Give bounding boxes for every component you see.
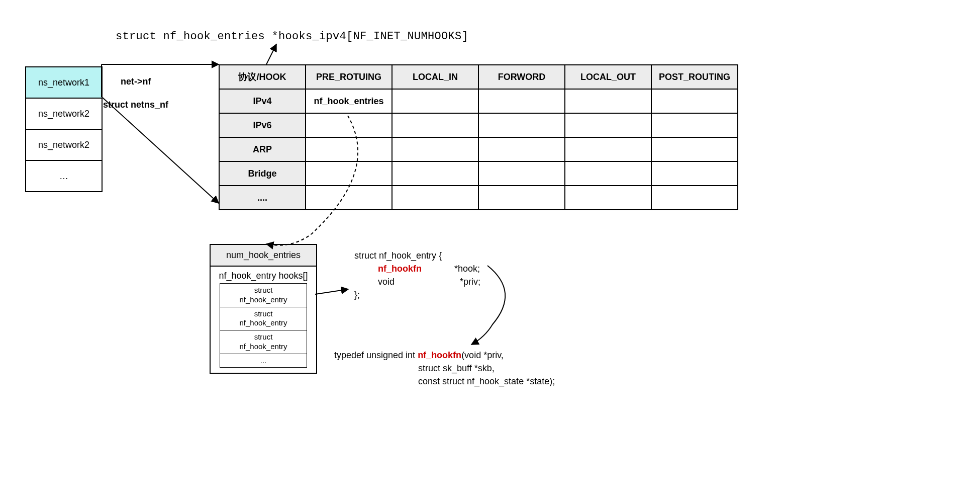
cell (651, 113, 738, 137)
ns-network-list: ns_network1 ns_network2 ns_network2 … (25, 66, 103, 192)
cell (478, 161, 565, 186)
typedef-name: nf_hookfn (418, 350, 461, 360)
hook-row-arp: ARP (219, 137, 738, 161)
hook-table-col2: LOCAL_IN (392, 65, 478, 89)
cell (651, 186, 738, 210)
struct-type1: nf_hookfn (378, 264, 422, 274)
arrow-item-to-struct (315, 289, 348, 294)
hook-row-ipv6: IPv6 (219, 113, 738, 137)
typedef-code: typedef unsigned int nf_hookfn(void *pri… (334, 349, 555, 388)
typedef-rest3: const struct nf_hook_state *state); (418, 376, 555, 386)
typedef-rest2: struct sk_buff *skb, (418, 363, 495, 373)
entry-header: num_hook_entries (211, 245, 316, 267)
cell (478, 137, 565, 161)
typedef-prefix: typedef unsigned int (334, 350, 418, 360)
cell (651, 161, 738, 186)
cell (392, 113, 478, 137)
hook-table-col4: LOCAL_OUT (565, 65, 651, 89)
proto-cell: Bridge (219, 161, 306, 186)
cell (306, 137, 392, 161)
entry-inner-list: structnf_hook_entry structnf_hook_entry … (220, 283, 307, 368)
arrow-header-to-title (266, 44, 276, 64)
struct-field1: *hook; (454, 264, 480, 274)
struct-code: struct nf_hook_entry { nf_hookfn *hook; … (354, 249, 480, 301)
inner-item: ... (220, 354, 307, 368)
proto-cell: IPv6 (219, 113, 306, 137)
cell (306, 113, 392, 137)
cell (306, 161, 392, 186)
title-code: struct nf_hook_entries *hooks_ipv4[NF_IN… (116, 30, 468, 43)
proto-cell: IPv4 (219, 89, 306, 113)
hook-row-ellipsis: .... (219, 186, 738, 210)
label-struct-netns-nf: struct netns_nf (103, 100, 168, 110)
hook-entries-box: num_hook_entries nf_hook_entry hooks[] s… (210, 244, 317, 374)
typedef-rest1: (void *priv, (461, 350, 504, 360)
cell (565, 137, 651, 161)
cell (392, 161, 478, 186)
cell (306, 186, 392, 210)
ns-item-1: ns_network2 (26, 99, 102, 130)
proto-cell: .... (219, 186, 306, 210)
cell (392, 137, 478, 161)
hook-row-ipv4: IPv4 nf_hook_entries (219, 89, 738, 113)
cell (565, 113, 651, 137)
hook-table-col0: 协议/HOOK (219, 65, 306, 89)
proto-cell: ARP (219, 137, 306, 161)
cell (478, 186, 565, 210)
hook-table-col3: FORWORD (478, 65, 565, 89)
cell (565, 161, 651, 186)
cell (392, 186, 478, 210)
struct-field2: *priv; (460, 277, 480, 287)
ns-item-2: ns_network2 (26, 130, 102, 161)
struct-type2: void (378, 277, 395, 287)
inner-item: structnf_hook_entry (220, 330, 307, 354)
diagram-canvas: struct nf_hook_entries *hooks_ipv4[NF_IN… (10, 10, 764, 402)
struct-line1: struct nf_hook_entry { (354, 249, 480, 262)
entry-subhead: nf_hook_entry hooks[] (211, 267, 316, 283)
label-net-nf: net->nf (121, 76, 151, 87)
cell (392, 89, 478, 113)
inner-item: structnf_hook_entry (220, 307, 307, 331)
cell (565, 89, 651, 113)
cell (651, 137, 738, 161)
cell (565, 186, 651, 210)
arrow-ns-to-lastrow (103, 98, 219, 203)
inner-item: structnf_hook_entry (220, 284, 307, 307)
ns-item-0: ns_network1 (26, 67, 102, 99)
ns-item-3: … (26, 161, 102, 192)
struct-close: }; (354, 288, 480, 301)
cell (478, 113, 565, 137)
cell (651, 89, 738, 113)
hook-table: 协议/HOOK PRE_ROTUING LOCAL_IN FORWORD LOC… (219, 64, 738, 210)
hook-row-bridge: Bridge (219, 161, 738, 186)
hook-table-col1: PRE_ROTUING (306, 65, 392, 89)
cell (478, 89, 565, 113)
hook-table-header-row: 协议/HOOK PRE_ROTUING LOCAL_IN FORWORD LOC… (219, 65, 738, 89)
cell: nf_hook_entries (306, 89, 392, 113)
hook-table-col5: POST_ROUTING (651, 65, 738, 89)
